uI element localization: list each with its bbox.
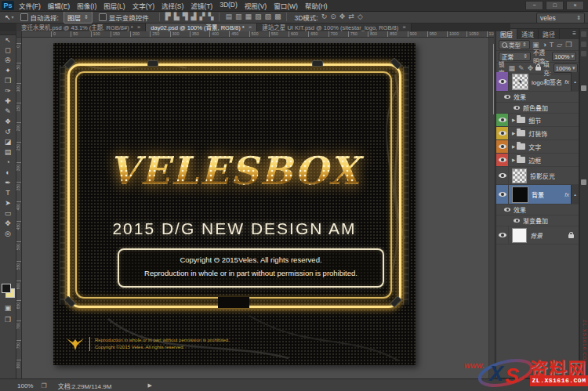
lock-all-icon[interactable] [535, 67, 541, 71]
visibility-eye-icon[interactable] [499, 233, 506, 237]
mode-3d-icon-1[interactable]: ⊙ [330, 13, 336, 21]
group-expand-icon[interactable]: ▶ [512, 118, 515, 122]
group-name[interactable]: 细节 [528, 116, 541, 125]
align-icon-1[interactable]: ▙ [174, 13, 180, 21]
tab-channels[interactable]: 通道 [517, 29, 539, 39]
layer-row-shadow-reflection[interactable]: 投影反光 [496, 167, 579, 185]
distribute-icon-2[interactable]: ▦ [245, 13, 252, 21]
layer-name[interactable]: 背景 [530, 231, 543, 240]
tab-close-icon[interactable]: × [402, 24, 406, 31]
group-name[interactable]: 灯装饰 [528, 129, 547, 138]
visibility-eye-icon[interactable] [514, 106, 520, 110]
layer-thumbnail[interactable]: ✦ [512, 74, 528, 90]
document-tab-2[interactable]: 建站之星 UI KIT.psd @ 100% (sitestar_logo, R… [257, 23, 412, 31]
tab-close-icon[interactable]: × [137, 24, 141, 31]
dock-panel-icon[interactable] [581, 51, 586, 56]
tool-blur[interactable]: ◔ [0, 157, 16, 168]
dock-panel-icon[interactable] [581, 42, 586, 47]
layer-filter-icon-2[interactable]: T [550, 41, 554, 49]
distribute-icon-5[interactable]: ▩ [274, 13, 281, 21]
tool-path-selection[interactable]: ➤ [0, 198, 16, 208]
group-row-text[interactable]: ▶ 文字 [496, 140, 579, 154]
menu-item-3[interactable]: 图层(L) [103, 1, 125, 10]
tool-spot-healing-brush[interactable]: ✚ [0, 96, 16, 107]
effect-color-overlay-row[interactable]: 颜色叠加 [496, 103, 579, 114]
group-row-border[interactable]: ▶ 边框 [496, 154, 579, 167]
visibility-eye-icon[interactable] [499, 131, 506, 136]
group-expand-icon[interactable]: ▶ [512, 157, 515, 162]
effects-row[interactable]: 效果 [496, 92, 579, 103]
visibility-eye-icon[interactable] [499, 173, 506, 178]
lock-icon-1[interactable]: ✎ [518, 64, 524, 73]
layer-thumbnail[interactable] [512, 168, 527, 183]
layer-name[interactable]: 投影反光 [530, 172, 555, 180]
visibility-eye-icon[interactable] [504, 208, 510, 212]
quick-mask-button[interactable]: ▣ [0, 302, 16, 314]
tool-preset-arrow-icon[interactable]: ▾ [12, 14, 14, 20]
tool-crop[interactable]: ❒ [0, 76, 16, 86]
mode-3d-icon-3[interactable]: ⇄ [348, 13, 354, 21]
align-icon-3[interactable]: ▟ [191, 13, 197, 21]
layer-row-background-locked[interactable]: 背景 [496, 226, 579, 244]
tool-hand[interactable]: ✥ [0, 219, 16, 229]
layer-row-logo[interactable]: ✦ logo和签名 fx ▴ [496, 72, 579, 92]
zoom-level[interactable]: 100% [17, 382, 33, 389]
panel-menu-icon[interactable]: ≡ [570, 29, 579, 39]
tool-rectangular-marquee[interactable]: ◻ [0, 45, 16, 56]
menu-item-8[interactable]: 视图(V) [245, 1, 267, 10]
distribute-icon-3[interactable]: ▧ [255, 13, 262, 21]
show-transform-checkbox[interactable] [99, 13, 107, 21]
align-icon-4[interactable]: ▞ [200, 13, 205, 21]
distribute-icon-0[interactable]: ▤ [225, 13, 232, 21]
tool-zoom[interactable]: ◎ [0, 229, 16, 239]
status-flyout-arrow-icon[interactable]: ▶ [147, 382, 151, 389]
layer-filter-icon-4[interactable]: ❒ [565, 41, 572, 49]
menu-item-5[interactable]: 选择(S) [162, 1, 183, 10]
menu-item-2[interactable]: 图像(I) [77, 1, 96, 10]
document-tab-1[interactable]: day02.psd @ 100% (背景, RGB/8) *× [146, 23, 257, 31]
effects-row[interactable]: 效果 [496, 205, 579, 215]
group-name[interactable]: 边框 [528, 156, 541, 165]
lock-icon-2[interactable]: ✥ [528, 64, 534, 73]
fx-collapse-button[interactable]: ▴ [571, 185, 579, 204]
mode-3d-icon-0[interactable]: ↻ [321, 13, 328, 21]
menu-item-1[interactable]: 编辑(E) [48, 1, 70, 10]
canvas-viewport[interactable]: VELESBOX 2015 D/G NEW DESIGN AM Copyrigh… [21, 37, 494, 378]
align-icon-5[interactable]: ▚ [208, 13, 213, 21]
visibility-eye-icon[interactable] [499, 79, 506, 84]
layer-thumbnail[interactable] [512, 228, 527, 243]
mode-3d-icon-4[interactable]: ◇ [358, 13, 363, 21]
fx-collapse-button[interactable]: ▴ [571, 72, 579, 91]
group-row-lamp-deco[interactable]: ▶ 灯装饰 [496, 127, 579, 140]
visibility-eye-icon[interactable] [499, 118, 506, 122]
auto-select-checkbox[interactable] [20, 13, 28, 21]
canvas-vertical-scrollbar[interactable] [488, 37, 494, 378]
tab-paths[interactable]: 路径 [539, 29, 560, 39]
foreground-color-swatch[interactable] [2, 284, 11, 293]
collapse-dock-button[interactable] [581, 31, 586, 37]
tool-dodge[interactable]: ◐ [0, 168, 16, 178]
layer-name[interactable]: 背景 [532, 190, 544, 199]
visibility-eye-icon[interactable] [504, 95, 510, 99]
menu-item-6[interactable]: 滤镜(T) [191, 1, 212, 10]
document-canvas[interactable]: VELESBOX 2015 D/G NEW DESIGN AM Copyrigh… [53, 43, 416, 365]
dock-panel-icon[interactable] [581, 179, 586, 185]
group-expand-icon[interactable]: ▶ [512, 144, 515, 149]
tool-move[interactable]: ↖ [0, 35, 16, 45]
screen-mode-button[interactable]: ❐ [0, 314, 16, 326]
workspace-dropdown[interactable]: veles ⇕ [536, 13, 585, 24]
layer-row-background-selected[interactable]: 背景 fx ▴ [496, 185, 579, 205]
menu-item-9[interactable]: 窗口(W) [274, 1, 298, 10]
mode-3d-icon-2[interactable]: ✥ [339, 13, 346, 21]
close-button[interactable]: × [566, 1, 584, 10]
group-expand-icon[interactable]: ▶ [512, 131, 515, 136]
visibility-eye-icon[interactable] [499, 192, 506, 197]
menu-item-4[interactable]: 文字(Y) [132, 1, 154, 10]
visibility-eye-icon[interactable] [499, 144, 506, 149]
dock-panel-icon[interactable] [581, 85, 586, 91]
align-icon-0[interactable]: ▛ [165, 13, 171, 21]
menu-item-0[interactable]: 文件(F) [19, 1, 41, 10]
menu-item-7[interactable]: 3D(D) [220, 1, 238, 10]
effect-gradient-overlay-row[interactable]: 渐变叠加 [496, 215, 579, 226]
tool-rectangle-shape[interactable]: ▭ [0, 208, 16, 219]
